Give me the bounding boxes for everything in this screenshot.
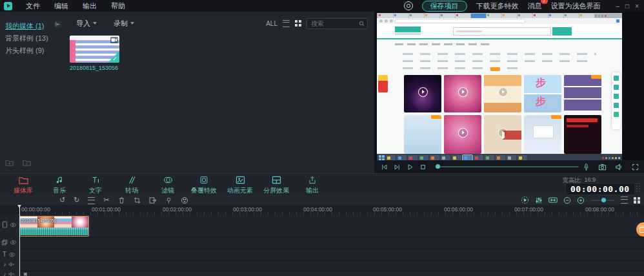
track-grid-icon[interactable]	[634, 197, 640, 204]
ruler-label: 00:03:00:00	[233, 206, 262, 213]
tab-overlays[interactable]: 叠覆特效	[186, 176, 222, 195]
tab-media-library[interactable]: 媒体库	[5, 176, 41, 195]
pip-track-lane[interactable]	[19, 238, 644, 248]
video-thumbnail	[564, 115, 601, 154]
music-track-lane[interactable]	[19, 261, 644, 270]
search-box[interactable]	[307, 18, 368, 29]
record-dropdown[interactable]: 录制	[114, 19, 134, 28]
import-dropdown[interactable]: 导入	[76, 19, 97, 28]
messages-button[interactable]: 消息 7	[528, 1, 542, 11]
delete-trash-icon[interactable]	[118, 196, 125, 204]
snapshot-camera-icon[interactable]	[598, 164, 607, 171]
search-input[interactable]	[310, 19, 359, 28]
panel-resize-grip[interactable]	[636, 183, 640, 192]
video-thumbnail	[564, 75, 601, 112]
chevron-down-icon	[130, 22, 134, 25]
menu-help[interactable]: 帮助	[104, 0, 132, 12]
ruler-label: 00:04:00:00	[303, 206, 332, 213]
crop-icon[interactable]	[134, 196, 141, 204]
fullscreen-icon[interactable]	[632, 164, 639, 171]
previous-frame-button[interactable]	[377, 164, 390, 171]
close-button[interactable]: ×	[635, 3, 639, 10]
folder-icon	[19, 176, 28, 184]
download-effects-button[interactable]: 下载更多特效	[476, 1, 519, 11]
media-item[interactable]: ✓ 20180815_153056	[70, 36, 119, 71]
seek-slider[interactable]	[436, 166, 579, 167]
website-hot-tag	[490, 67, 500, 71]
visibility-eye-icon[interactable]	[10, 240, 17, 245]
video-thumbnail	[524, 115, 561, 154]
menu-edit[interactable]: 编辑	[47, 0, 75, 12]
app-window: 文件 编辑 输出 帮助 保存项目 下载更多特效 消息 7 设置为浅色界面 – □…	[0, 0, 644, 276]
color-palette-icon[interactable]	[181, 196, 188, 204]
delete-folder-icon[interactable]	[23, 159, 31, 166]
category-background-samples[interactable]: 背景样例 (13)	[0, 32, 62, 45]
marker-pin-icon[interactable]	[165, 196, 172, 204]
track-list-icon[interactable]	[621, 196, 628, 204]
timeline-ruler[interactable]: 00:00:00:00 00:01:00:00 00:02:00:00 00:0…	[0, 205, 644, 215]
play-button[interactable]	[403, 164, 416, 171]
tab-split-screen[interactable]: 分屏效果	[258, 176, 294, 195]
category-intro-samples[interactable]: 片头样例 (9)	[0, 45, 62, 57]
start-button-icon	[379, 155, 385, 160]
video-thumbnail	[404, 75, 441, 112]
mute-speaker-icon[interactable]	[8, 271, 15, 276]
grid-view-icon[interactable]	[295, 20, 301, 27]
render-preview-icon[interactable]	[521, 196, 529, 204]
filter-all-button[interactable]: ALL	[266, 20, 277, 27]
visibility-eye-icon[interactable]	[10, 222, 17, 228]
timeline-clip[interactable]: 20180815_153056	[19, 216, 89, 237]
zoom-out-icon[interactable]	[563, 196, 571, 204]
tab-filters[interactable]: 滤镜	[150, 176, 186, 195]
category-my-media[interactable]: 我的媒体 (1)	[0, 20, 62, 32]
list-view-icon[interactable]	[283, 20, 290, 27]
timeline-zoom-slider[interactable]	[590, 200, 615, 201]
record-voiceover-icon[interactable]	[583, 163, 590, 171]
tab-music[interactable]: 音乐	[41, 176, 77, 195]
menu-output[interactable]: 输出	[75, 0, 104, 12]
maximize-button[interactable]: □	[625, 3, 629, 10]
playhead[interactable]	[19, 205, 20, 276]
redo-icon[interactable]: ↻	[74, 196, 79, 204]
theme-toggle-button[interactable]: 设置为浅色界面	[551, 1, 601, 11]
image-icon	[236, 176, 245, 184]
tab-transitions[interactable]: 转场	[114, 176, 150, 195]
video-track-lane[interactable]	[19, 215, 644, 237]
system-tray	[602, 157, 620, 159]
website-divider	[377, 38, 622, 39]
title-bar: 文件 编辑 输出 帮助 保存项目 下载更多特效 消息 7 设置为浅色界面 – □…	[0, 0, 644, 12]
mute-speaker-icon[interactable]	[8, 262, 15, 267]
cut-scissors-icon[interactable]: ✂	[103, 196, 109, 204]
website-floating-sidebar	[612, 72, 621, 129]
zoom-to-fit-icon[interactable]	[548, 196, 558, 204]
playback-controls	[375, 160, 644, 173]
collapse-sidebar-icon[interactable]	[54, 21, 61, 28]
add-folder-icon[interactable]	[5, 159, 14, 166]
zoom-in-icon[interactable]	[577, 196, 585, 204]
properties-icon[interactable]	[88, 197, 95, 204]
music-note-icon	[55, 176, 64, 184]
browser-tab-strip	[377, 13, 622, 18]
video-thumbnail	[444, 75, 481, 112]
stop-button[interactable]	[416, 164, 429, 171]
music-track-icon: ♪	[3, 271, 6, 276]
minimize-button[interactable]: –	[616, 3, 620, 10]
undo-icon[interactable]: ↺	[59, 196, 65, 204]
tab-elements[interactable]: 动画元素	[222, 176, 258, 195]
tab-export[interactable]: 输出	[294, 176, 330, 195]
video-track-icon	[2, 221, 8, 228]
text-track-lane[interactable]	[19, 249, 644, 260]
detach-export-icon[interactable]	[149, 196, 157, 204]
tab-text[interactable]: 文字	[77, 176, 114, 195]
save-project-button[interactable]: 保存项目	[422, 1, 467, 12]
clip-audio-waveform	[20, 228, 88, 235]
audio-mixer-icon[interactable]	[535, 196, 543, 204]
visibility-eye-icon[interactable]	[8, 252, 15, 257]
video-thumbnail	[404, 115, 441, 154]
preview-video-frame[interactable]: 步步	[377, 13, 622, 162]
volume-icon[interactable]	[615, 164, 623, 171]
music-track-2-lane[interactable]	[19, 271, 644, 276]
account-icon[interactable]	[404, 1, 413, 10]
next-frame-button[interactable]	[390, 164, 403, 171]
menu-file[interactable]: 文件	[19, 0, 47, 12]
